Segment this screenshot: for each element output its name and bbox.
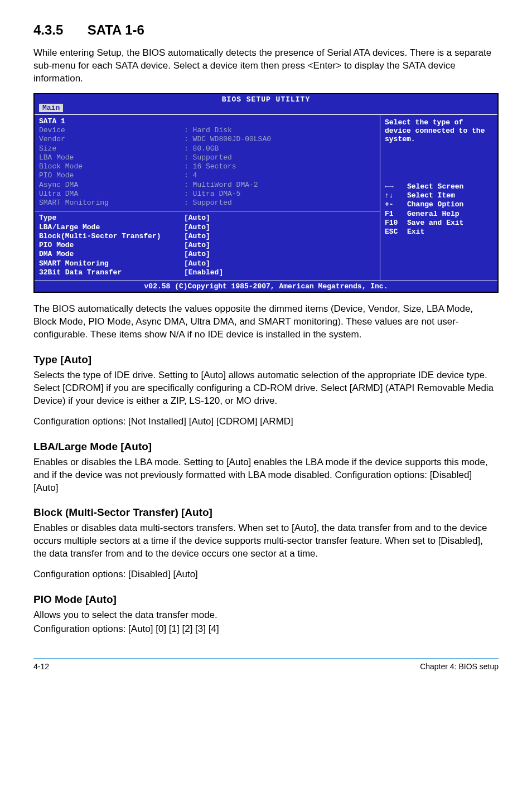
pio-paragraph-2: Configuration options: [Auto] [0] [1] [2…: [33, 623, 499, 636]
info-row: SMART Monitoring: Supported: [39, 199, 375, 207]
type-paragraph-1: Selects the type of IDE drive. Setting t…: [33, 369, 499, 408]
bios-tab-row: Main: [35, 104, 497, 114]
after-bios-paragraph: The BIOS automatically detects the value…: [33, 303, 499, 341]
info-row: Size: 80.0GB: [39, 144, 375, 153]
bios-help-text: Select the type of device connected to t…: [385, 118, 493, 143]
bios-key-legend: ←→Select Screen ↑↓Select Item +-Change O…: [385, 182, 493, 237]
option-row[interactable]: 32Bit Data Transfer[Enabled]: [39, 268, 375, 277]
option-row[interactable]: SMART Monitoring[Auto]: [39, 259, 375, 268]
option-row[interactable]: PIO Mode[Auto]: [39, 241, 375, 250]
sub-heading-type: Type [Auto]: [33, 354, 499, 366]
sata-panel-title: SATA 1: [39, 117, 375, 126]
intro-paragraph: While entering Setup, the BIOS automatic…: [33, 47, 499, 85]
bios-left-pane: SATA 1 Device: Hard Disk Vendor: WDC WD8…: [35, 115, 380, 281]
sub-heading-block: Block (Multi-Sector Transfer) [Auto]: [33, 506, 499, 519]
info-row: LBA Mode: Supported: [39, 153, 375, 162]
bios-title: BIOS SETUP UTILITY: [35, 94, 497, 104]
sub-heading-pio: PIO Mode [Auto]: [33, 593, 499, 606]
info-row: Block Mode: 16 Sectors: [39, 162, 375, 171]
info-row: PIO Mode: 4: [39, 171, 375, 180]
block-paragraph-1: Enables or disables data multi-sectors t…: [33, 522, 499, 561]
bios-help-pane: Select the type of device connected to t…: [380, 115, 497, 281]
bios-copyright: v02.58 (C)Copyright 1985-2007, American …: [35, 281, 497, 292]
type-paragraph-2: Configuration options: [Not Installed] […: [33, 416, 499, 428]
sub-heading-lba: LBA/Large Mode [Auto]: [33, 441, 499, 453]
option-row[interactable]: LBA/Large Mode[Auto]: [39, 223, 375, 232]
option-row[interactable]: Block(Multi-Sector Transfer)[Auto]: [39, 232, 375, 241]
option-row[interactable]: Type[Auto]: [39, 214, 375, 223]
page-footer: 4-12 Chapter 4: BIOS setup: [33, 662, 499, 671]
bios-utility-box: BIOS SETUP UTILITY Main SATA 1 Device: H…: [33, 93, 499, 293]
pio-paragraph-1: Allows you to select the data transfer m…: [33, 609, 499, 622]
info-row: Async DMA: MultiWord DMA-2: [39, 181, 375, 190]
info-row: Device: Hard Disk: [39, 126, 375, 135]
lba-paragraph: Enables or disables the LBA mode. Settin…: [33, 456, 499, 495]
chapter-label: Chapter 4: BIOS setup: [420, 662, 499, 671]
block-paragraph-2: Configuration options: [Disabled] [Auto]: [33, 568, 499, 581]
section-heading: 4.3.5 SATA 1-6: [33, 22, 499, 38]
info-row: Vendor: WDC WD800JD-00LSA0: [39, 135, 375, 144]
option-row[interactable]: DMA Mode[Auto]: [39, 250, 375, 259]
section-number: 4.3.5: [33, 22, 84, 38]
tab-main[interactable]: Main: [39, 104, 63, 112]
info-row: Ultra DMA: Ultra DMA-5: [39, 190, 375, 199]
section-title-text: SATA 1-6: [88, 22, 144, 37]
page-number: 4-12: [33, 662, 49, 671]
footer-rule: [33, 658, 499, 659]
